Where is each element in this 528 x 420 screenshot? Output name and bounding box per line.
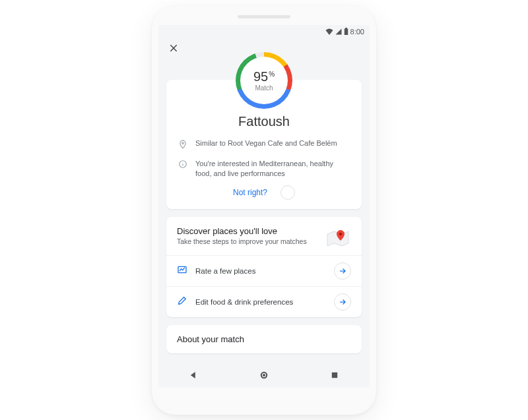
circle-home-icon — [259, 371, 269, 380]
match-label: Match — [255, 84, 273, 92]
match-ring: 95 % Match — [236, 52, 292, 109]
android-navbar — [158, 365, 370, 388]
location-pin-icon — [178, 139, 189, 152]
square-recent-icon — [330, 371, 339, 380]
arrow-right-icon — [339, 298, 346, 306]
content-scroll: 95 % Match Fattoush Similar to Root Vega… — [158, 38, 370, 365]
edit-arrow-button[interactable] — [334, 293, 351, 311]
app-screen: 8:00 95 % Match — [158, 25, 370, 388]
discover-subtitle: Take these steps to improve your matches — [177, 237, 318, 245]
svg-rect-6 — [331, 373, 337, 378]
edit-label: Edit food & drink preferences — [195, 298, 326, 306]
status-bar: 8:00 — [158, 25, 370, 38]
pencil-icon — [177, 295, 187, 309]
svg-point-2 — [339, 233, 342, 235]
interest-row: You're interested in Mediterranean, heal… — [178, 159, 350, 179]
map-pin-icon — [325, 226, 351, 249]
match-percent-symbol: % — [269, 71, 275, 78]
close-icon — [169, 44, 178, 53]
svg-point-5 — [263, 374, 265, 376]
about-title: About your match — [177, 334, 351, 344]
wifi-icon — [325, 28, 333, 35]
similar-row: Similar to Root Vegan Cafe and Cafe Belé… — [178, 138, 350, 152]
match-percent: 95 — [253, 69, 268, 84]
discover-card: Discover places you'll love Take these s… — [166, 217, 362, 317]
place-title: Fattoush — [178, 114, 350, 129]
edit-prefs-row[interactable]: Edit food & drink preferences — [166, 286, 362, 317]
svg-point-0 — [182, 142, 183, 144]
rate-places-row[interactable]: Rate a few places — [166, 255, 362, 286]
triangle-back-icon — [189, 371, 198, 380]
rate-icon — [177, 264, 187, 278]
signal-icon — [335, 28, 342, 35]
status-time: 8:00 — [350, 28, 364, 36]
similar-text: Similar to Root Vegan Cafe and Cafe Belé… — [195, 138, 337, 148]
interest-text: You're interested in Mediterranean, heal… — [195, 159, 350, 179]
match-ring-wrap: 95 % Match — [166, 52, 362, 109]
nav-back-button[interactable] — [189, 371, 198, 382]
phone-speaker — [238, 15, 290, 18]
about-match-card: About your match — [166, 325, 362, 353]
info-icon — [178, 160, 189, 171]
not-right-button[interactable]: Not right? — [233, 188, 267, 197]
arrow-right-icon — [339, 267, 346, 275]
battery-icon — [344, 28, 348, 35]
phone-frame: 8:00 95 % Match — [152, 6, 376, 415]
nav-recent-button[interactable] — [330, 371, 339, 382]
rate-label: Rate a few places — [195, 267, 326, 275]
feedback-circle-button[interactable] — [280, 185, 295, 200]
discover-title: Discover places you'll love — [177, 226, 318, 236]
rate-arrow-button[interactable] — [334, 262, 351, 280]
nav-home-button[interactable] — [259, 371, 269, 382]
